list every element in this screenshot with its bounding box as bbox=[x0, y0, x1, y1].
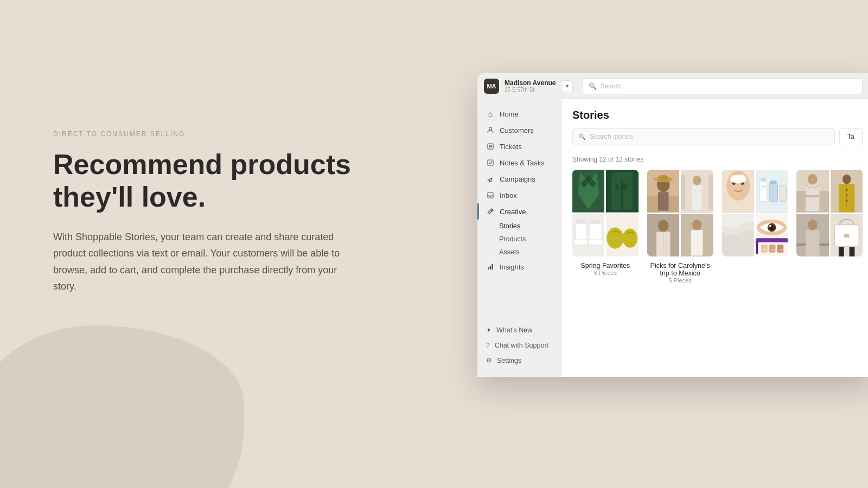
sidebar-subitem-assets-label: Assets bbox=[499, 248, 520, 256]
story-image-skincare-products bbox=[756, 170, 788, 213]
svg-rect-27 bbox=[576, 219, 586, 223]
story-card-info-skincare bbox=[722, 259, 788, 266]
sidebar-subitem-assets[interactable]: Assets bbox=[477, 246, 561, 259]
story-image-white-boots bbox=[572, 214, 604, 257]
svg-rect-60 bbox=[760, 181, 767, 202]
sidebar-item-home[interactable]: ⌂ Home bbox=[477, 106, 561, 122]
story-card-info-fashion bbox=[796, 259, 863, 263]
sidebar-item-inbox-label: Inbox bbox=[500, 191, 517, 200]
svg-point-91 bbox=[845, 194, 847, 196]
svg-rect-30 bbox=[591, 219, 601, 223]
svg-rect-9 bbox=[488, 267, 489, 269]
story-card-pieces-spring: 6 Pieces bbox=[573, 269, 637, 276]
svg-point-90 bbox=[845, 189, 847, 191]
sidebar-item-campaigns[interactable]: Campaigns bbox=[477, 171, 561, 187]
headline: Recommend products they'll love. bbox=[53, 149, 368, 214]
svg-rect-84 bbox=[806, 184, 820, 211]
tagline: DIRECT TO CONSUMER SELLING bbox=[53, 130, 368, 138]
customers-icon bbox=[486, 126, 495, 134]
story-card-carolyne[interactable]: Picks for Carolyne's trip to Mexico 5 Pi… bbox=[647, 170, 713, 368]
chat-support-icon: ? bbox=[486, 342, 490, 349]
search-icon: 🔍 bbox=[589, 82, 597, 90]
story-card-spring-favorites[interactable]: Spring Favorites 6 Pieces bbox=[572, 170, 639, 368]
sidebar-sub-items: Stories Products Assets bbox=[477, 220, 561, 259]
content-header: Stories 🔍 Search stories Ta bbox=[561, 99, 868, 151]
tickets-icon bbox=[486, 142, 495, 151]
sidebar-item-creative[interactable]: Creative bbox=[477, 203, 561, 220]
sidebar-whats-new[interactable]: ✦ What's New bbox=[477, 323, 561, 338]
tab-button[interactable]: Ta bbox=[839, 128, 863, 145]
left-panel: DIRECT TO CONSUMER SELLING Recommend pro… bbox=[53, 130, 368, 295]
showing-count: Showing 12 of 12 stories bbox=[561, 151, 868, 168]
story-card-skincare[interactable]: light med oak bbox=[722, 170, 788, 368]
headline-line1: Recommend products bbox=[53, 149, 351, 180]
stories-search-input[interactable]: 🔍 Search stories bbox=[572, 128, 835, 145]
brand-info: Madison Avenue 15 E 57th St bbox=[505, 79, 556, 93]
sidebar-item-inbox[interactable]: Inbox bbox=[477, 187, 561, 203]
svg-rect-96 bbox=[806, 230, 820, 256]
story-image-green-dress bbox=[572, 170, 604, 213]
sidebar-settings[interactable]: ⚙ Settings bbox=[477, 353, 561, 368]
brand-name: Madison Avenue bbox=[505, 79, 556, 87]
sidebar-item-notes-tasks[interactable]: Notes & Tasks bbox=[477, 155, 561, 171]
story-images-fashion bbox=[796, 170, 863, 256]
chevron-down-icon: ▾ bbox=[566, 83, 569, 89]
description: With Shoppable Stories, your team can cr… bbox=[53, 229, 357, 295]
notes-tasks-icon bbox=[486, 158, 495, 167]
svg-rect-7 bbox=[488, 192, 493, 198]
svg-point-33 bbox=[623, 228, 637, 247]
svg-rect-26 bbox=[574, 240, 588, 245]
story-images-carolyne bbox=[647, 170, 713, 256]
svg-rect-11 bbox=[492, 264, 494, 269]
sidebar-subitem-products-label: Products bbox=[499, 235, 526, 243]
page-title: Stories bbox=[572, 109, 863, 121]
svg-point-87 bbox=[842, 175, 851, 184]
brand-dropdown-button[interactable]: ▾ bbox=[561, 80, 573, 92]
sidebar-item-customers[interactable]: Customers bbox=[477, 122, 561, 138]
svg-rect-44 bbox=[692, 185, 702, 209]
svg-rect-65 bbox=[770, 181, 777, 184]
svg-rect-85 bbox=[806, 195, 820, 197]
svg-rect-66 bbox=[780, 185, 786, 201]
story-image-eye-product: light med oak bbox=[756, 214, 788, 257]
settings-icon: ⚙ bbox=[486, 357, 492, 364]
global-search-bar[interactable]: 🔍 Search... bbox=[583, 78, 863, 94]
sidebar-chat-support[interactable]: ? Chat with Support bbox=[477, 338, 561, 353]
inbox-icon bbox=[486, 191, 495, 200]
sidebar-item-tickets[interactable]: Tickets bbox=[477, 138, 561, 155]
svg-rect-10 bbox=[490, 266, 492, 269]
svg-line-6 bbox=[489, 181, 490, 183]
app-window: MA Madison Avenue 15 E 57th St ▾ 🔍 Searc… bbox=[477, 73, 868, 377]
story-image-yellow-coat bbox=[831, 170, 863, 213]
story-card-title-skincare bbox=[723, 262, 787, 265]
story-card-fashion[interactable] bbox=[796, 170, 863, 368]
svg-text:oak: oak bbox=[778, 247, 783, 251]
story-card-title-carolyne: Picks for Carolyne's trip to Mexico bbox=[648, 262, 712, 277]
svg-rect-61 bbox=[761, 178, 766, 182]
svg-rect-73 bbox=[756, 238, 788, 242]
svg-rect-64 bbox=[769, 183, 778, 202]
story-images-spring bbox=[572, 170, 639, 256]
search-icon: 🔍 bbox=[578, 133, 586, 140]
sidebar-item-campaigns-label: Campaigns bbox=[500, 175, 535, 183]
whats-new-icon: ✦ bbox=[486, 326, 492, 334]
svg-rect-100 bbox=[839, 247, 844, 256]
svg-line-8 bbox=[491, 210, 493, 211]
svg-rect-28 bbox=[590, 222, 602, 240]
nav-items: ⌂ Home Customers Tickets bbox=[477, 104, 561, 318]
svg-point-95 bbox=[808, 219, 818, 230]
sidebar-item-insights[interactable]: Insights bbox=[477, 259, 561, 275]
sidebar-subitem-products[interactable]: Products bbox=[477, 233, 561, 246]
headline-line2: they'll love. bbox=[53, 181, 206, 213]
sidebar-subitem-stories[interactable]: Stories bbox=[477, 220, 561, 233]
svg-point-43 bbox=[693, 176, 701, 185]
sidebar-item-tickets-label: Tickets bbox=[500, 143, 522, 151]
sidebar-bottom: ✦ What's New ? Chat with Support ⚙ Setti… bbox=[477, 318, 561, 373]
creative-icon bbox=[486, 207, 495, 216]
svg-point-46 bbox=[658, 220, 669, 232]
story-images-skincare: light med oak bbox=[722, 170, 788, 256]
stories-grid: Spring Favorites 6 Pieces bbox=[561, 168, 868, 377]
story-image-model-white bbox=[681, 170, 713, 213]
svg-point-38 bbox=[658, 175, 669, 182]
story-card-pieces-carolyne: 5 Pieces bbox=[648, 277, 712, 284]
